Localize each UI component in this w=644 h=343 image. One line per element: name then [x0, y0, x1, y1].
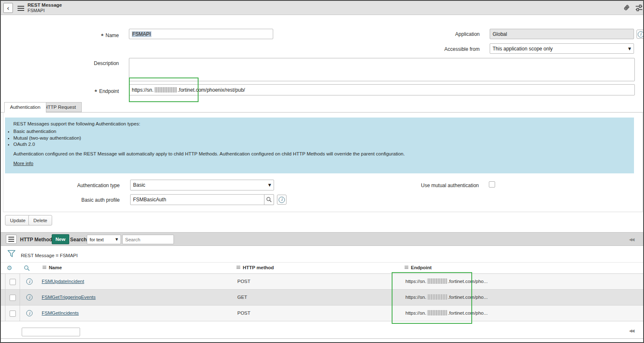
table-row[interactable]: i FSMGetTriggeringEvents GET https://sn.… [1, 290, 643, 305]
list-search-label: Search [70, 237, 87, 243]
row-preview-button[interactable]: i [26, 278, 33, 285]
redacted-text [154, 87, 177, 93]
list-search-input[interactable] [122, 235, 174, 244]
auth-info-note: Authentication configured on the REST Me… [13, 151, 634, 156]
row-preview-button[interactable]: i [26, 310, 33, 316]
row-http-method: POST [237, 310, 250, 315]
auth-info-intro: REST Messages support the following Auth… [13, 121, 634, 126]
basic-auth-profile-input[interactable]: FSMBasicAuth [130, 194, 264, 205]
search-icon [24, 265, 30, 271]
list-context-menu-button[interactable] [6, 235, 17, 244]
column-menu-icon [236, 266, 240, 269]
table-row[interactable]: i FSMUpdateIncident POST https://sn. .fo… [1, 274, 643, 290]
row-name-link[interactable]: FSMUpdateIncident [42, 279, 84, 284]
redacted-text [427, 294, 447, 300]
more-info-link[interactable]: More info [13, 161, 33, 166]
info-icon: i [26, 310, 33, 316]
rest-message-page: ‹ REST Message FSMAPI Name FSMAPI Applic… [0, 0, 644, 343]
info-icon: i [26, 278, 33, 285]
tab-authentication[interactable]: Authentication [4, 102, 46, 113]
basic-auth-profile-lookup-button[interactable] [264, 194, 274, 205]
accessible-from-select[interactable]: This application scope only ▼ [490, 43, 634, 54]
auth-type-item: Basic authentication [13, 128, 634, 135]
name-value: FSMAPI [132, 31, 151, 37]
list-paginate-first-icon[interactable] [629, 328, 634, 333]
page-subtitle: FSMAPI [28, 8, 62, 13]
row-checkbox[interactable] [10, 295, 16, 301]
auth-type-item: Mutual (two-way authentication) [13, 135, 634, 142]
row-endpoint: https://sn. .fortinet.com/pho... [405, 278, 488, 284]
redacted-text [427, 278, 447, 284]
column-header-http-method[interactable]: HTTP method [236, 265, 274, 270]
row-endpoint: https://sn. .fortinet.com/pho... [405, 310, 488, 315]
auth-types-list: Basic authentication Mutual (two-way aut… [5, 128, 634, 148]
row-checkbox[interactable] [10, 310, 16, 317]
back-button[interactable]: ‹ [3, 3, 13, 13]
row-checkbox[interactable] [10, 279, 16, 285]
chevron-down-icon: ▼ [628, 47, 631, 51]
list-filter-breadcrumb[interactable]: REST Message = FSMAPI [21, 253, 78, 258]
endpoint-suffix: .fortinet.com/phoenix/rest/pub/ [178, 87, 245, 93]
required-icon [95, 87, 97, 94]
column-header-name[interactable]: Name [43, 265, 62, 270]
delete-button[interactable]: Delete [28, 215, 52, 225]
application-input[interactable]: Global [490, 29, 634, 39]
row-http-method: GET [237, 295, 247, 300]
row-name-link[interactable]: FSMGetTriggeringEvents [42, 295, 96, 300]
authentication-type-value: Basic [133, 182, 145, 188]
name-input[interactable]: FSMAPI [129, 29, 273, 39]
description-textarea[interactable] [129, 58, 635, 81]
related-list-header-bar: HTTP Methods New Search for text ▼ [1, 232, 643, 246]
application-info-button[interactable]: i [636, 30, 644, 39]
search-type-value: for text [90, 237, 104, 242]
info-icon: i [26, 294, 33, 300]
personalize-form-button[interactable] [635, 4, 643, 13]
list-filter-button[interactable] [7, 250, 16, 259]
authentication-type-label: Authentication type [55, 183, 120, 188]
use-mutual-authentication-label: Use mutual authentication [401, 183, 479, 188]
page-title: REST Message [28, 3, 62, 8]
header-title-block: REST Message FSMAPI [28, 3, 62, 13]
list-column-search-button[interactable] [24, 265, 30, 273]
list-paginate-first-icon[interactable] [629, 237, 634, 242]
auth-type-item: OAuth 2.0 [13, 141, 634, 148]
form-context-menu-button[interactable] [18, 5, 24, 13]
list-footer-divider [1, 338, 643, 339]
description-label: Description [55, 60, 119, 66]
paperclip-icon [622, 4, 631, 12]
use-mutual-authentication-checkbox[interactable] [489, 181, 495, 188]
column-menu-icon [405, 266, 408, 269]
row-checkbox-cell [5, 290, 20, 305]
column-header-endpoint[interactable]: Endpoint [405, 265, 432, 270]
list-personalize-gear-icon[interactable]: ⚙ [7, 264, 12, 272]
search-type-select[interactable]: for text ▼ [87, 235, 121, 244]
application-value: Global [493, 31, 507, 37]
endpoint-input[interactable]: https://sn. .fortinet.com/phoenix/rest/p… [129, 84, 635, 95]
sliders-icon [635, 4, 643, 12]
row-checkbox-cell [5, 274, 20, 290]
back-chevron-icon: ‹ [7, 4, 9, 12]
hamburger-icon [8, 237, 14, 242]
basic-auth-profile-value: FSMBasicAuth [133, 197, 166, 203]
funnel-icon [7, 250, 16, 258]
column-menu-icon [43, 266, 46, 269]
accessible-from-value: This application scope only [493, 46, 553, 52]
redacted-text [427, 310, 447, 315]
row-http-method: POST [237, 279, 250, 284]
authentication-type-select[interactable]: Basic ▼ [130, 180, 274, 190]
basic-auth-profile-preview-button[interactable]: i [277, 195, 287, 205]
row-checkbox-cell [5, 305, 20, 321]
row-name-link[interactable]: FSMGetIncidents [42, 310, 79, 315]
row-preview-button[interactable]: i [26, 294, 33, 300]
info-icon: i [638, 31, 644, 38]
table-row[interactable]: i FSMGetIncidents POST https://sn. .fort… [1, 305, 643, 321]
update-button[interactable]: Update [5, 215, 30, 225]
required-icon [101, 31, 103, 38]
attachment-button[interactable] [622, 4, 631, 14]
search-icon [266, 197, 272, 203]
hamburger-icon [18, 6, 24, 11]
form-header-bar [1, 1, 643, 15]
new-http-method-button[interactable]: New [52, 234, 69, 244]
accessible-from-label: Accessible from [418, 46, 480, 52]
list-inline-search-input[interactable] [22, 328, 80, 336]
